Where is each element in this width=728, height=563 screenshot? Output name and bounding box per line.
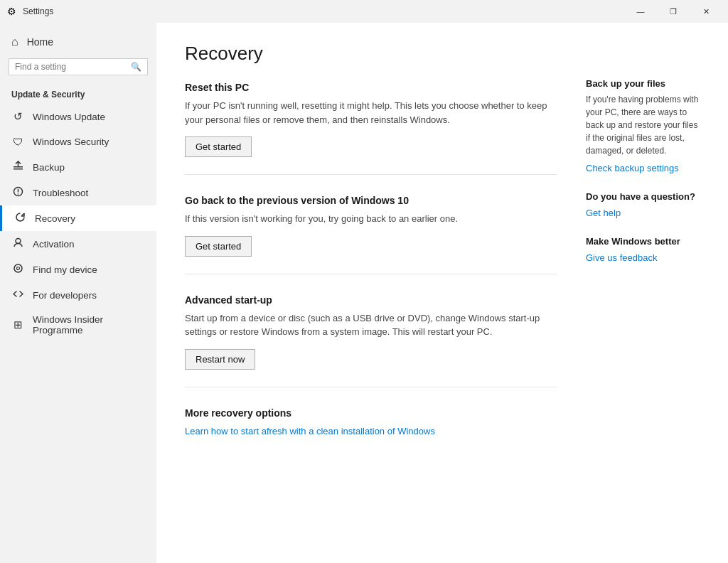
sidebar-item-label: Troubleshoot — [33, 188, 88, 198]
advanced-startup-title: Advanced start-up — [185, 294, 557, 306]
sidebar-item-windows-insider[interactable]: ⊞ Windows Insider Programme — [0, 308, 156, 342]
feedback-section: Make Windows better Give us feedback — [586, 236, 700, 264]
right-panel: Back up your files If you're having prob… — [557, 43, 700, 543]
question-title: Do you have a question? — [586, 191, 700, 202]
activation-icon — [11, 237, 24, 250]
windows-insider-icon: ⊞ — [11, 318, 24, 331]
troubleshoot-icon — [11, 186, 24, 199]
reset-pc-title: Reset this PC — [185, 82, 557, 93]
more-options-title: More recovery options — [185, 407, 557, 419]
go-back-section: Go back to the previous version of Windo… — [185, 195, 557, 274]
sidebar-item-label: Windows Update — [33, 112, 105, 122]
svg-point-6 — [16, 239, 21, 244]
sidebar: ⌂ Home 🔍 Update & Security ↺ Windows Upd… — [0, 23, 156, 563]
sidebar-item-label: Windows Security — [33, 136, 109, 147]
minimize-button[interactable]: — — [624, 0, 657, 23]
close-button[interactable]: ✕ — [690, 0, 722, 23]
go-back-title: Go back to the previous version of Windo… — [185, 195, 557, 206]
reset-pc-section: Reset this PC If your PC isn't running w… — [185, 82, 557, 175]
go-back-button[interactable]: Get started — [185, 236, 252, 257]
svg-rect-0 — [14, 166, 23, 168]
titlebar-title: Settings — [23, 6, 53, 16]
sidebar-item-for-developers[interactable]: For developers — [0, 282, 156, 308]
sidebar-item-label: Backup — [33, 162, 65, 173]
sidebar-item-label: Activation — [33, 239, 75, 250]
page-title: Recovery — [185, 43, 557, 65]
search-icon: 🔍 — [131, 62, 141, 72]
sidebar-item-label: Windows Insider Programme — [33, 314, 145, 336]
sidebar-item-label: For developers — [33, 290, 97, 301]
sidebar-item-label: Recovery — [35, 213, 75, 224]
backup-icon — [11, 161, 24, 173]
sidebar-section-title: Update & Security — [0, 84, 156, 104]
sidebar-item-activation[interactable]: Activation — [0, 231, 156, 257]
search-input[interactable] — [15, 62, 131, 72]
more-options-section: More recovery options Learn how to start… — [185, 407, 557, 454]
svg-point-4 — [17, 193, 18, 195]
backup-files-section: Back up your files If you're having prob… — [586, 78, 700, 174]
restart-now-button[interactable]: Restart now — [185, 349, 255, 370]
advanced-startup-desc: Start up from a device or disc (such as … — [185, 311, 557, 339]
svg-point-8 — [16, 267, 19, 270]
sidebar-item-recovery[interactable]: Recovery — [0, 205, 156, 231]
clean-install-link[interactable]: Learn how to start afresh with a clean i… — [185, 426, 435, 436]
backup-files-desc: If you're having problems with your PC, … — [586, 93, 700, 157]
get-help-link[interactable]: Get help — [586, 208, 621, 218]
sidebar-item-label: Find my device — [33, 264, 97, 275]
maximize-button[interactable]: ❐ — [657, 0, 690, 23]
search-box[interactable]: 🔍 — [9, 58, 148, 75]
advanced-startup-section: Advanced start-up Start up from a device… — [185, 294, 557, 387]
sidebar-item-windows-update[interactable]: ↺ Windows Update — [0, 104, 156, 129]
sidebar-item-windows-security[interactable]: 🛡 Windows Security — [0, 129, 156, 154]
reset-pc-button[interactable]: Get started — [185, 136, 252, 157]
give-feedback-link[interactable]: Give us feedback — [586, 252, 657, 263]
titlebar: ⚙ Settings — ❐ ✕ — [0, 0, 728, 23]
reset-pc-desc: If your PC isn't running well, resetting… — [185, 99, 557, 127]
titlebar-controls: — ❐ ✕ — [624, 0, 722, 23]
titlebar-left: ⚙ Settings — [6, 6, 53, 17]
content-area: Recovery Reset this PC If your PC isn't … — [185, 43, 557, 543]
backup-files-title: Back up your files — [586, 78, 700, 89]
windows-security-icon: 🛡 — [11, 136, 24, 148]
find-my-device-icon — [11, 263, 24, 276]
go-back-desc: If this version isn't working for you, t… — [185, 212, 557, 226]
check-backup-link[interactable]: Check backup settings — [586, 163, 679, 173]
svg-point-7 — [14, 264, 22, 272]
sidebar-item-troubleshoot[interactable]: Troubleshoot — [0, 180, 156, 205]
sidebar-item-find-my-device[interactable]: Find my device — [0, 257, 156, 282]
recovery-icon — [14, 212, 26, 225]
for-developers-icon — [11, 289, 24, 301]
svg-rect-1 — [14, 168, 23, 170]
sidebar-home-label: Home — [27, 36, 53, 48]
main-content: Recovery Reset this PC If your PC isn't … — [156, 23, 728, 563]
settings-app-icon: ⚙ — [6, 6, 17, 17]
windows-update-icon: ↺ — [11, 110, 24, 123]
question-section: Do you have a question? Get help — [586, 191, 700, 219]
sidebar-item-home[interactable]: ⌂ Home — [0, 28, 156, 55]
app-body: ⌂ Home 🔍 Update & Security ↺ Windows Upd… — [0, 23, 728, 563]
home-icon: ⌂ — [11, 36, 18, 48]
feedback-title: Make Windows better — [586, 236, 700, 247]
sidebar-item-backup[interactable]: Backup — [0, 154, 156, 180]
